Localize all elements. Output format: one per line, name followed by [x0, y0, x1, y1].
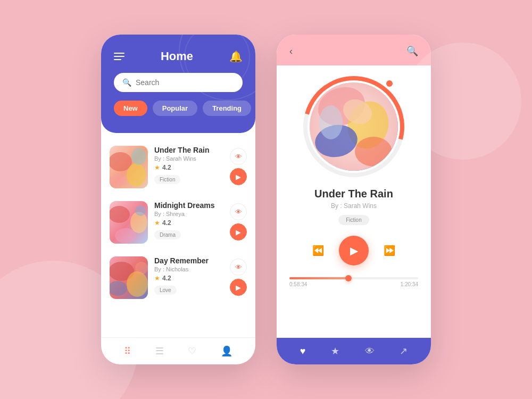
book-actions-1: 👁 ▶	[230, 146, 247, 185]
svg-point-14	[135, 262, 148, 275]
filter-tab-trending[interactable]: Trending	[203, 101, 251, 116]
book-info-2: Midnight Dreams By : Shreya ★ 4.2 Drama	[154, 201, 223, 239]
svg-point-2	[127, 163, 146, 187]
play-btn-3[interactable]: ▶	[230, 279, 247, 296]
back-icon[interactable]: ‹	[289, 46, 293, 57]
book-info-1: Under The Rain By : Sarah Wins ★ 4.2 Fic…	[154, 146, 223, 184]
book-title-3: Day Remember	[154, 256, 223, 265]
search-icon: 🔍	[122, 78, 131, 87]
svg-point-3	[131, 148, 146, 165]
svg-point-9	[135, 205, 146, 216]
book-cover-2	[110, 201, 148, 244]
star-icon-3: ★	[154, 275, 160, 282]
player-track-title: Under The Rain	[314, 188, 393, 200]
svg-point-21	[319, 105, 343, 139]
book-rating-2: ★ 4.2	[154, 219, 223, 227]
player-star-icon[interactable]: ★	[331, 345, 339, 357]
phones-container: Home 🔔 🔍 New Popular Trending	[101, 35, 431, 364]
book-author-2: By : Shreya	[154, 211, 223, 217]
player-eye-icon[interactable]: 👁	[365, 346, 375, 357]
book-actions-2: 👁 ▶	[230, 201, 247, 240]
book-cover-1	[110, 146, 148, 188]
album-art-container	[303, 76, 404, 177]
book-actions-3: 👁 ▶	[230, 256, 247, 296]
player-controls: ⏪ ▶ ⏩	[289, 236, 418, 265]
progress-area: 0:58:34 1:20:34	[289, 275, 418, 287]
progress-fill	[289, 277, 348, 279]
eye-btn-1[interactable]: 👁	[230, 148, 247, 165]
rewind-icon[interactable]: ⏪	[312, 245, 324, 256]
book-cover-3	[110, 256, 148, 299]
hamburger-menu[interactable]	[114, 53, 124, 60]
rating-val-1: 4.2	[162, 164, 171, 171]
list-nav-icon[interactable]: ☰	[155, 345, 164, 357]
player-share-icon[interactable]: ↗	[400, 345, 408, 357]
svg-point-4	[110, 174, 126, 187]
current-time: 0:58:34	[289, 281, 307, 287]
book-item-2: Midnight Dreams By : Shreya ★ 4.2 Drama …	[110, 197, 247, 248]
book-tag-2: Drama	[154, 230, 181, 239]
heart-nav-icon[interactable]: ♡	[188, 345, 196, 357]
book-rating-1: ★ 4.2	[154, 164, 223, 171]
user-nav-icon[interactable]: 👤	[221, 345, 232, 357]
header-top-row: Home 🔔	[114, 49, 243, 63]
play-btn-1[interactable]: ▶	[230, 168, 247, 185]
filter-tab-new[interactable]: New	[114, 101, 147, 116]
book-title-1: Under The Rain	[154, 146, 223, 154]
filter-tab-popular[interactable]: Popular	[153, 101, 197, 116]
book-item-3: Day Remember By : Nicholas ★ 4.2 Love 👁 …	[110, 252, 247, 303]
player-track-author: By : Sarah Wins	[331, 202, 377, 210]
eye-btn-2[interactable]: 👁	[230, 203, 247, 220]
eye-btn-3[interactable]: 👁	[230, 259, 247, 276]
album-progress-dot	[386, 80, 393, 87]
play-pause-button[interactable]: ▶	[339, 236, 369, 265]
home-title: Home	[161, 49, 193, 63]
svg-point-12	[127, 271, 148, 297]
svg-point-8	[115, 228, 136, 243]
book-item: Under The Rain By : Sarah Wins ★ 4.2 Fic…	[110, 142, 247, 193]
total-time: 1:20:34	[401, 281, 418, 287]
book-title-2: Midnight Dreams	[154, 201, 223, 210]
star-icon-1: ★	[154, 164, 160, 171]
book-tag-3: Love	[154, 286, 177, 295]
book-info-3: Day Remember By : Nicholas ★ 4.2 Love	[154, 256, 223, 295]
play-btn-2[interactable]: ▶	[230, 223, 247, 240]
bg-decoration-2	[404, 43, 521, 160]
player-track-tag: Fiction	[338, 215, 369, 225]
left-phone-header: Home 🔔 🔍 New Popular Trending	[101, 35, 255, 133]
progress-times: 0:58:34 1:20:34	[289, 281, 418, 287]
player-heart-icon[interactable]: ♥	[300, 346, 306, 357]
progress-bar[interactable]	[289, 277, 418, 279]
player-header: ‹ 🔍	[277, 35, 431, 65]
fast-forward-icon[interactable]: ⏩	[384, 245, 395, 256]
album-art	[310, 82, 398, 171]
book-author-1: By : Sarah Wins	[154, 155, 223, 162]
rating-val-2: 4.2	[162, 219, 171, 227]
bell-icon[interactable]: 🔔	[229, 50, 243, 63]
search-input[interactable]	[136, 78, 234, 87]
search-icon-player[interactable]: 🔍	[406, 45, 418, 57]
rating-val-3: 4.2	[162, 275, 171, 282]
progress-thumb[interactable]	[345, 275, 352, 281]
filter-tabs: New Popular Trending	[114, 101, 243, 116]
search-bar[interactable]: 🔍	[114, 73, 243, 92]
book-rating-3: ★ 4.2	[154, 275, 223, 282]
player-bottom-nav: ♥ ★ 👁 ↗	[277, 338, 431, 364]
book-tag-1: Fiction	[154, 175, 180, 184]
book-author-3: By : Nicholas	[154, 266, 223, 272]
star-icon-2: ★	[154, 219, 160, 227]
